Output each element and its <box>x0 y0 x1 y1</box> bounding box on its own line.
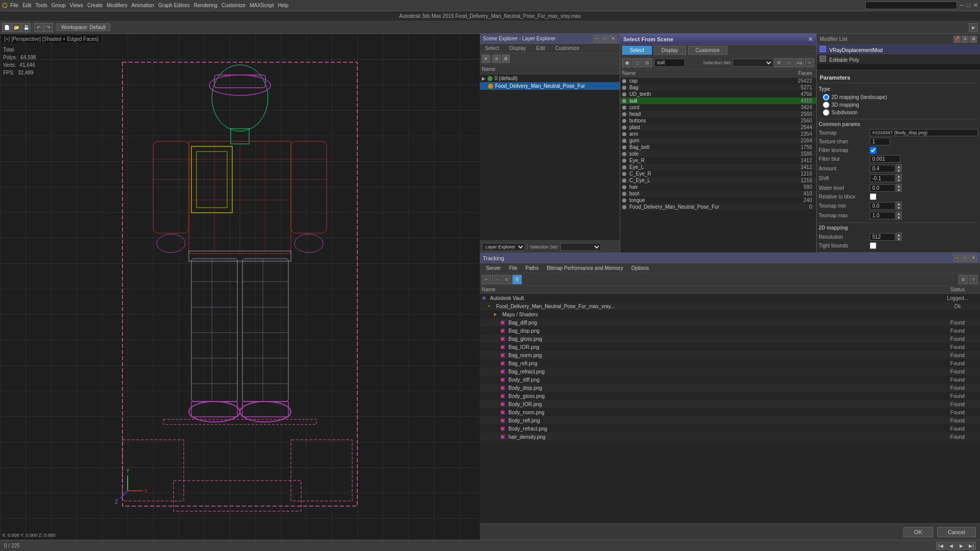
menu-views[interactable]: Views <box>70 3 84 8</box>
texture-chan-input[interactable] <box>870 138 890 145</box>
texmap-max-down-btn[interactable]: ▼ <box>896 215 902 219</box>
sfs-row[interactable]: Eye_L 1412 <box>620 164 816 170</box>
at-row[interactable]: ▣ Bag_gloss.png Found <box>480 335 980 343</box>
sfs-row[interactable]: C_Eye_L 1216 <box>620 177 816 184</box>
sfs-selection-set-dropdown[interactable] <box>732 59 773 67</box>
at-row[interactable]: ▣ Bag_refract.png Found <box>480 367 980 375</box>
texmap-min-up-btn[interactable]: ▲ <box>896 202 902 206</box>
at-settings-btn[interactable]: ⚙ <box>959 275 968 284</box>
tight-bounds-checkbox[interactable] <box>870 242 876 249</box>
sfs-tab-select[interactable]: Select <box>622 46 652 55</box>
water-level-up-btn[interactable]: ▲ <box>896 184 902 188</box>
at-row[interactable]: ▪ Food_Delivery_Man_Neutral_Pose_Fur_max… <box>480 302 980 310</box>
amount-input[interactable] <box>870 165 895 172</box>
texmap-max-up-btn[interactable]: ▲ <box>896 211 902 215</box>
menu-file[interactable]: File <box>10 3 18 8</box>
shift-input[interactable] <box>870 174 895 182</box>
at-menu-paths[interactable]: Paths <box>522 264 543 272</box>
window-close-btn[interactable]: ✕ <box>973 2 978 9</box>
sfs-row[interactable]: cap 25422 <box>620 78 816 84</box>
sfs-row[interactable]: C_Eye_R 1216 <box>620 170 816 177</box>
resolution-input[interactable] <box>870 233 895 241</box>
type-radio-subdiv[interactable]: Subdivision <box>823 109 978 116</box>
sfs-row[interactable]: Bag_belt 1756 <box>620 144 816 151</box>
se-minimize-btn[interactable]: ─ <box>593 35 600 42</box>
sfs-row[interactable]: cord 3424 <box>620 104 816 111</box>
at-menu-bitmap[interactable]: Bitmap Performance and Memory <box>543 264 627 272</box>
sfs-row[interactable]: gum 2164 <box>620 137 816 144</box>
at-refresh-btn[interactable]: ↻ <box>502 275 511 284</box>
at-row[interactable]: ▣ Body_norm.png Found <box>480 408 980 416</box>
type-radio-2d-input[interactable] <box>823 94 829 101</box>
search-input[interactable] <box>865 2 957 9</box>
at-row[interactable]: ▣ Bag_disp.png Found <box>480 327 980 335</box>
workspace-dropdown[interactable]: Workspace: Default <box>57 23 110 31</box>
at-help-btn[interactable]: ? <box>969 275 978 284</box>
menu-modifiers[interactable]: Modifiers <box>107 3 128 8</box>
at-row[interactable]: ▣ Body_IOR.png Found <box>480 400 980 408</box>
se-tab-display[interactable]: Display <box>504 44 531 53</box>
anim-prev-btn[interactable]: ◀ <box>946 542 955 550</box>
relative-bbox-checkbox[interactable] <box>870 193 876 200</box>
menu-animation[interactable]: Animation <box>132 3 154 8</box>
texmap-min-input[interactable] <box>870 202 895 210</box>
mod-configure-btn[interactable]: ⚙ <box>970 36 977 43</box>
toolbar-new-btn[interactable]: 📄 <box>2 23 11 32</box>
toolbar-open-btn[interactable]: 📂 <box>12 23 21 32</box>
at-row[interactable]: ▣ hair_density.png Found <box>480 433 980 441</box>
sfs-close-btn[interactable]: ✕ <box>808 36 813 43</box>
amount-up-btn[interactable]: ▲ <box>896 164 902 168</box>
resolution-down-btn[interactable]: ▼ <box>896 237 902 241</box>
window-restore-btn[interactable]: □ <box>967 2 970 9</box>
sfs-highlight-btn[interactable]: ☆ <box>785 58 794 67</box>
sfs-row[interactable]: Eye_R 1412 <box>620 157 816 164</box>
anim-start-btn[interactable]: |◀ <box>936 542 945 550</box>
sfs-row[interactable]: sole 1586 <box>620 151 816 157</box>
se-toolbar-filter-btn[interactable]: ≡ <box>493 55 501 63</box>
sfs-row[interactable]: Bag 5271 <box>620 84 816 91</box>
at-row[interactable]: ▣ Body_diff.png Found <box>480 375 980 384</box>
at-row[interactable]: ▣ Body_refract.png Found <box>480 424 980 433</box>
at-row[interactable]: ▣ Bag_IOR.png Found <box>480 343 980 351</box>
menu-edit[interactable]: Edit <box>22 3 31 8</box>
sfs-row[interactable]: suit 4315 <box>620 97 816 104</box>
at-row[interactable]: ▣ Body_disp.png Found <box>480 384 980 392</box>
at-row[interactable]: ▣ Bag_norm.png Found <box>480 351 980 359</box>
sfs-tab-display[interactable]: Display <box>654 46 686 55</box>
sfs-select-all-btn[interactable]: ◼ <box>622 58 631 67</box>
texmap-max-input[interactable] <box>870 212 895 219</box>
menu-help[interactable]: Help <box>278 3 288 8</box>
at-list-btn[interactable]: ☰ <box>512 275 522 284</box>
sfs-row[interactable]: arm 2354 <box>620 131 816 137</box>
menu-maxscript[interactable]: MAXScript <box>250 3 274 8</box>
type-radio-3d-input[interactable] <box>823 102 829 108</box>
water-level-input[interactable] <box>870 184 895 192</box>
sfs-row[interactable]: UD_teeth 4756 <box>620 91 816 97</box>
at-close-btn[interactable]: ✕ <box>970 255 977 262</box>
mod-pin-btn[interactable]: 📌 <box>953 36 961 43</box>
at-menu-options[interactable]: Options <box>627 264 653 272</box>
at-minimize-btn[interactable]: ─ <box>953 255 961 262</box>
menu-rendering[interactable]: Rendering <box>194 3 217 8</box>
se-tab-customize[interactable]: Customize <box>550 44 584 53</box>
sfs-row[interactable]: boot 410 <box>620 190 816 197</box>
se-tab-edit[interactable]: Edit <box>531 44 550 53</box>
filter-texmap-checkbox[interactable] <box>870 147 876 154</box>
menu-customize[interactable]: Customize <box>222 3 246 8</box>
menu-graph-editors[interactable]: Graph Editors <box>158 3 190 8</box>
toolbar-render-btn[interactable]: ▶ <box>969 23 978 32</box>
shift-up-btn[interactable]: ▲ <box>896 174 902 178</box>
sfs-match-btn[interactable]: ≈ <box>805 58 814 67</box>
sfs-tab-customize[interactable]: Customize <box>688 46 727 55</box>
at-ok-btn[interactable]: OK <box>903 527 933 537</box>
se-tab-select[interactable]: Select <box>480 44 504 53</box>
modifier-epoly-item[interactable]: Editable Poly <box>817 55 980 64</box>
at-row[interactable]: ▣ Bag_refl.png Found <box>480 359 980 367</box>
amount-down-btn[interactable]: ▼ <box>896 168 902 172</box>
at-row[interactable]: ▸ Maps / Shaders <box>480 310 980 318</box>
viewport[interactable]: [+] [Perspective] [Shaded + Edged Faces]… <box>0 34 480 540</box>
se-selection-set-dropdown[interactable] <box>560 243 601 251</box>
sfs-row[interactable]: buttons 2560 <box>620 117 816 124</box>
sfs-row[interactable]: plast 2544 <box>620 124 816 131</box>
at-row[interactable]: ▣ Body_refl.png Found <box>480 416 980 424</box>
